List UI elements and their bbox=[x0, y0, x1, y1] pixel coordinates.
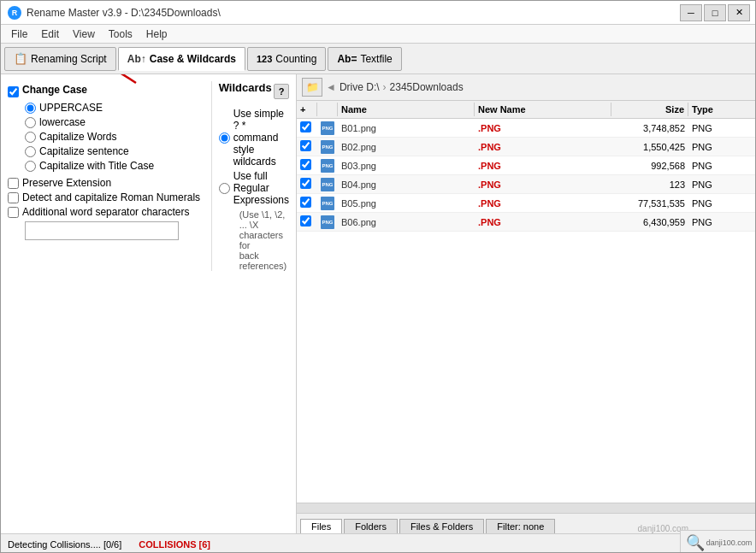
file-type-icon: PNG bbox=[321, 197, 334, 210]
change-case-label: Change Case bbox=[22, 84, 87, 96]
file-name: B04.png bbox=[338, 178, 475, 191]
title-bar: R Rename Master v3.9 - D:\2345Downloads\… bbox=[1, 1, 756, 25]
file-size: 1,550,425 bbox=[611, 140, 688, 154]
regex-row: Use full Regular Expressions bbox=[219, 170, 289, 206]
wildcards-hint: (Use \1, \2, ... \X characters for back … bbox=[239, 209, 289, 271]
lowercase-label: lowercase bbox=[39, 116, 86, 128]
textfile-label: Textfile bbox=[360, 53, 392, 65]
window-controls: ─ □ ✕ bbox=[680, 4, 750, 21]
col-name: Name bbox=[338, 103, 475, 116]
radio-lowercase[interactable] bbox=[25, 117, 36, 128]
menu-file[interactable]: File bbox=[4, 26, 34, 42]
file-name: B05.png bbox=[338, 197, 475, 210]
col-size: Size bbox=[611, 103, 688, 116]
tab-counting[interactable]: 123 Counting bbox=[247, 47, 326, 71]
table-row[interactable]: PNGB03.png.PNG992,568PNG bbox=[297, 156, 756, 175]
app-icon: R bbox=[8, 6, 21, 20]
file-type: PNG bbox=[688, 159, 756, 173]
simple-wildcards-row: Use simple ? * command style wildcards bbox=[219, 108, 289, 168]
logo-area: 🔍 danji100.com bbox=[680, 530, 756, 553]
file-size: 992,568 bbox=[611, 159, 688, 173]
uppercase-label: UPPERCASE bbox=[39, 102, 103, 114]
tab-case-wildcards[interactable]: Ab↑ Case & Wildcards bbox=[118, 47, 245, 71]
col-check: + bbox=[297, 103, 317, 116]
table-row[interactable]: PNGB05.png.PNG77,531,535PNG bbox=[297, 194, 756, 213]
status-bar: Detecting Collisions.... [0/6] COLLISION… bbox=[1, 533, 756, 553]
file-name: B02.png bbox=[338, 140, 475, 154]
file-type: PNG bbox=[688, 178, 756, 191]
file-type-icon: PNG bbox=[321, 121, 334, 135]
path-drive: Drive D:\ bbox=[340, 81, 380, 93]
file-new-name: .PNG bbox=[475, 178, 611, 191]
table-row[interactable]: PNGB06.png.PNG6,430,959PNG bbox=[297, 213, 756, 232]
tab-folders[interactable]: Folders bbox=[344, 519, 398, 533]
preserve-ext-label: Preserve Extension bbox=[22, 177, 111, 189]
file-list-header: + Name New Name Size Type bbox=[297, 101, 756, 119]
file-size: 3,748,852 bbox=[611, 121, 688, 135]
case-wildcards-icon: Ab↑ bbox=[127, 53, 146, 65]
radio-capitalize-sentence-row: Capitalize sentence bbox=[25, 145, 204, 157]
menu-help[interactable]: Help bbox=[139, 26, 174, 42]
file-name: B03.png bbox=[338, 159, 475, 173]
file-checkbox[interactable] bbox=[300, 140, 311, 151]
word-separator-checkbox[interactable] bbox=[8, 207, 19, 218]
col-newname: New Name bbox=[475, 103, 611, 116]
preserve-ext-checkbox[interactable] bbox=[8, 178, 19, 189]
table-row[interactable]: PNGB02.png.PNG1,550,425PNG bbox=[297, 138, 756, 156]
roman-numerals-checkbox[interactable] bbox=[8, 192, 19, 203]
tab-files-folders[interactable]: Files & Folders bbox=[399, 519, 484, 533]
radio-uppercase[interactable] bbox=[25, 103, 36, 114]
main-layout: Change Case UPPERCASE lowercase bbox=[1, 74, 756, 533]
file-list: PNGB01.png.PNG3,748,852PNGPNGB02.png.PNG… bbox=[297, 119, 756, 503]
menu-tools[interactable]: Tools bbox=[102, 26, 139, 42]
col-icon bbox=[317, 103, 338, 116]
radio-regex[interactable] bbox=[219, 183, 230, 194]
file-type: PNG bbox=[688, 121, 756, 135]
file-type-icon: PNG bbox=[321, 215, 334, 229]
file-checkbox[interactable] bbox=[300, 197, 311, 208]
word-separator-row: Additional word separator characters bbox=[8, 206, 204, 218]
close-button[interactable]: ✕ bbox=[728, 4, 750, 21]
maximize-button[interactable]: □ bbox=[704, 4, 726, 21]
radio-simple-wildcards[interactable] bbox=[219, 132, 230, 144]
counting-label: Counting bbox=[275, 53, 316, 65]
file-type-icon: PNG bbox=[321, 159, 334, 173]
radio-capitalize-title-row: Capitalize with Title Case bbox=[25, 160, 204, 172]
menu-view[interactable]: View bbox=[66, 26, 102, 42]
radio-capitalize-words[interactable] bbox=[25, 132, 36, 143]
file-checkbox[interactable] bbox=[300, 178, 311, 189]
right-panel: 📁 ◄ Drive D:\ › 2345Downloads + Name New… bbox=[297, 74, 756, 533]
horizontal-scrollbar[interactable] bbox=[297, 503, 756, 513]
path-sep-1: ◄ bbox=[326, 81, 336, 93]
tab-files[interactable]: Files bbox=[300, 519, 342, 533]
tab-textfile[interactable]: Ab= Textfile bbox=[328, 47, 401, 71]
file-checkbox[interactable] bbox=[300, 159, 311, 170]
tab-renaming-script[interactable]: 📋 Renaming Script bbox=[4, 47, 116, 71]
path-folder: 2345Downloads bbox=[390, 81, 464, 93]
file-type-icon: PNG bbox=[321, 140, 334, 154]
regex-label: Use full Regular Expressions bbox=[233, 170, 289, 206]
wildcards-title: Wildcards bbox=[219, 81, 272, 94]
file-checkbox[interactable] bbox=[300, 121, 311, 132]
preserve-ext-row: Preserve Extension bbox=[8, 177, 204, 189]
word-separator-input[interactable] bbox=[25, 221, 179, 240]
wildcards-help-button[interactable]: ? bbox=[274, 84, 289, 99]
radio-capitalize-words-row: Capitalize Words bbox=[25, 131, 204, 143]
minimize-button[interactable]: ─ bbox=[680, 4, 702, 21]
file-checkbox[interactable] bbox=[300, 215, 311, 226]
capitalize-title-label: Capitalize with Title Case bbox=[39, 160, 154, 172]
table-row[interactable]: PNGB01.png.PNG3,748,852PNG bbox=[297, 119, 756, 138]
radio-capitalize-title[interactable] bbox=[25, 161, 36, 172]
table-row[interactable]: PNGB04.png.PNG123PNG bbox=[297, 175, 756, 194]
folder-nav-button[interactable]: 📁 bbox=[302, 78, 322, 97]
radio-capitalize-sentence[interactable] bbox=[25, 146, 36, 157]
tab-filter[interactable]: Filter: none bbox=[486, 519, 555, 533]
change-case-checkbox-row: Change Case bbox=[8, 84, 204, 99]
capitalize-sentence-label: Capitalize sentence bbox=[39, 145, 129, 157]
change-case-checkbox[interactable] bbox=[8, 86, 19, 97]
file-size: 6,430,959 bbox=[611, 215, 688, 229]
roman-numerals-row: Detect and capitalize Roman Numerals bbox=[8, 191, 204, 203]
renaming-script-icon: 📋 bbox=[14, 52, 27, 65]
menu-edit[interactable]: Edit bbox=[34, 26, 66, 42]
menu-bar: File Edit View Tools Help bbox=[1, 25, 756, 44]
